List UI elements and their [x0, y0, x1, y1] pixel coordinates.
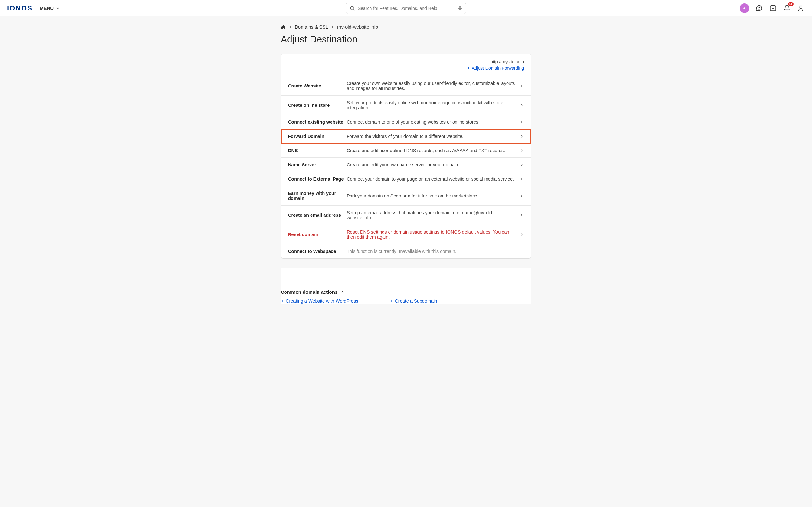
- breadcrumb: Domains & SSL my-old-website.info: [281, 24, 531, 30]
- row-forward-domain[interactable]: Forward Domain Forward the visitors of y…: [281, 129, 531, 144]
- link-label: Create a Subdomain: [395, 298, 437, 303]
- adjust-forwarding-label: Adjust Domain Forwarding: [472, 65, 524, 72]
- chevron-right-icon: [519, 177, 524, 181]
- add-icon[interactable]: [769, 4, 777, 12]
- row-create-email[interactable]: Create an email address Set up an email …: [281, 206, 531, 225]
- ai-assistant-icon[interactable]: [740, 3, 749, 13]
- row-title: Forward Domain: [288, 134, 347, 139]
- page-content: Domains & SSL my-old-website.info Adjust…: [281, 16, 531, 323]
- row-create-website[interactable]: Create Website Create your own website e…: [281, 76, 531, 96]
- row-desc: Sell your products easily online with ou…: [347, 100, 516, 110]
- svg-point-0: [351, 6, 354, 10]
- microphone-icon[interactable]: [457, 6, 462, 11]
- chevron-right-icon: [519, 163, 524, 167]
- home-icon[interactable]: [281, 24, 286, 30]
- svg-point-5: [759, 9, 759, 9]
- row-title: Connect to Webspace: [288, 249, 347, 254]
- destination-card: http://mysite.com Adjust Domain Forwardi…: [281, 54, 531, 259]
- chevron-right-icon: [519, 134, 524, 138]
- row-title: Connect to External Page: [288, 176, 347, 181]
- chevron-up-icon: [340, 290, 345, 294]
- header-icons: 5+: [740, 3, 805, 13]
- ionos-logo[interactable]: IONOS: [7, 4, 33, 12]
- search-box[interactable]: [346, 3, 466, 14]
- link-label: Creating a Website with WordPress: [286, 298, 358, 303]
- breadcrumb-domains[interactable]: Domains & SSL: [295, 24, 328, 30]
- row-desc: Connect your domain to your page on an e…: [347, 176, 516, 181]
- row-dns[interactable]: DNS Create and edit user-defined DNS rec…: [281, 144, 531, 158]
- row-create-store[interactable]: Create online store Sell your products e…: [281, 96, 531, 115]
- chevron-right-icon: [519, 103, 524, 107]
- chevron-right-icon: [390, 299, 393, 302]
- row-connect-existing[interactable]: Connect existing website Connect domain …: [281, 115, 531, 129]
- common-links: Creating a Website with WordPress Create…: [281, 298, 531, 303]
- row-desc: This function is currently unavailable w…: [347, 249, 524, 254]
- profile-icon[interactable]: [797, 4, 805, 12]
- chevron-right-icon: [467, 66, 470, 70]
- svg-line-1: [353, 9, 354, 10]
- svg-point-9: [800, 6, 802, 8]
- chevron-right-icon: [281, 299, 284, 302]
- chevron-right-icon: [331, 25, 335, 29]
- row-name-server[interactable]: Name Server Create and edit your own nam…: [281, 158, 531, 172]
- row-reset-domain[interactable]: Reset domain Reset DNS settings or domai…: [281, 225, 531, 244]
- row-title: Create Website: [288, 83, 347, 89]
- row-desc: Forward the visitors of your domain to a…: [347, 134, 516, 139]
- row-title: Create an email address: [288, 213, 347, 218]
- link-subdomain[interactable]: Create a Subdomain: [390, 298, 437, 303]
- search-input[interactable]: [358, 6, 457, 11]
- chevron-right-icon: [519, 120, 524, 124]
- adjust-forwarding-link[interactable]: Adjust Domain Forwarding: [467, 65, 524, 72]
- common-actions-toggle[interactable]: Common domain actions: [281, 289, 345, 295]
- row-desc: Create and edit your own name server for…: [347, 162, 516, 167]
- row-title: DNS: [288, 148, 347, 153]
- breadcrumb-current: my-old-website.info: [337, 24, 378, 30]
- search-container: [346, 3, 466, 14]
- main-header: IONOS MENU 5+: [0, 0, 812, 16]
- current-forward-url: http://mysite.com: [288, 59, 524, 65]
- common-actions-section: Common domain actions Creating a Website…: [281, 268, 531, 303]
- chevron-right-icon: [519, 213, 524, 217]
- chevron-right-icon: [288, 25, 292, 29]
- chevron-right-icon: [519, 232, 524, 237]
- row-title: Reset domain: [288, 232, 347, 237]
- notification-badge: 5+: [788, 2, 794, 6]
- card-header: http://mysite.com Adjust Domain Forwardi…: [281, 54, 531, 76]
- row-title: Create online store: [288, 103, 347, 108]
- row-connect-webspace: Connect to Webspace This function is cur…: [281, 244, 531, 258]
- row-earn-money[interactable]: Earn money with your domain Park your do…: [281, 186, 531, 206]
- row-desc: Park your domain on Sedo or offer it for…: [347, 193, 516, 199]
- row-desc: Reset DNS settings or domain usage setti…: [347, 229, 516, 239]
- notifications-icon[interactable]: 5+: [783, 4, 791, 12]
- row-title: Earn money with your domain: [288, 191, 347, 201]
- chevron-right-icon: [519, 148, 524, 153]
- page-title: Adjust Destination: [281, 34, 531, 45]
- chevron-right-icon: [519, 193, 524, 198]
- menu-button[interactable]: MENU: [40, 5, 60, 11]
- row-title: Name Server: [288, 162, 347, 167]
- link-wordpress[interactable]: Creating a Website with WordPress: [281, 298, 358, 303]
- search-icon: [350, 5, 355, 11]
- svg-point-4: [744, 7, 745, 9]
- svg-rect-2: [459, 6, 461, 9]
- chevron-right-icon: [519, 83, 524, 88]
- row-desc: Connect domain to one of your existing w…: [347, 119, 516, 124]
- row-title: Connect existing website: [288, 119, 347, 124]
- row-desc: Create your own website easily using our…: [347, 81, 516, 91]
- row-desc: Create and edit user-defined DNS records…: [347, 148, 516, 153]
- menu-label: MENU: [40, 5, 54, 11]
- chevron-down-icon: [55, 6, 60, 10]
- common-actions-label: Common domain actions: [281, 289, 338, 295]
- row-external-page[interactable]: Connect to External Page Connect your do…: [281, 172, 531, 186]
- row-desc: Set up an email address that matches you…: [347, 210, 516, 220]
- help-icon[interactable]: [755, 4, 763, 12]
